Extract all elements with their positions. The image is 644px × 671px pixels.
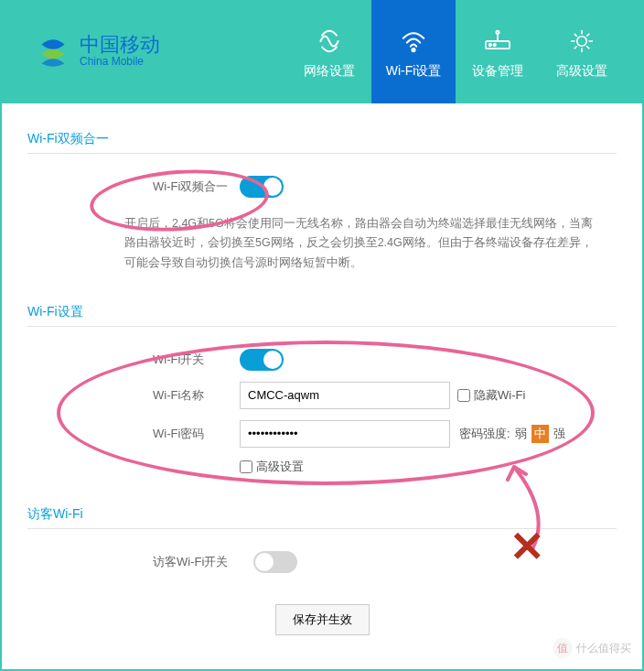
section-title: 访客Wi-Fi xyxy=(27,506,617,529)
top-nav: 网络设置 Wi-Fi设置 设备管理 高级设置 xyxy=(287,0,624,103)
nav-wifi[interactable]: Wi-Fi设置 xyxy=(371,0,456,103)
svg-point-6 xyxy=(577,36,587,46)
svg-point-4 xyxy=(489,43,491,45)
section-dualband: Wi-Fi双频合一 Wi-Fi双频合一 开启后，2.4G和5G将会使用同一无线名… xyxy=(27,131,617,278)
watermark-text: 什么值得买 xyxy=(576,641,631,656)
pw-level-medium: 中 xyxy=(531,425,549,443)
section-title: Wi-Fi双频合一 xyxy=(27,131,617,154)
nav-label: 高级设置 xyxy=(556,63,607,80)
wifi-switch-label: Wi-Fi开关 xyxy=(153,352,240,368)
watermark: 值 什么值得买 xyxy=(553,638,631,658)
watermark-icon: 值 xyxy=(553,638,573,658)
dualband-toggle-label: Wi-Fi双频合一 xyxy=(153,179,240,195)
pw-level-strong: 强 xyxy=(551,425,568,443)
wifi-pw-label: Wi-Fi密码 xyxy=(153,426,240,442)
wifi-name-input[interactable] xyxy=(240,382,450,409)
nav-advanced[interactable]: 高级设置 xyxy=(540,0,624,103)
advanced-label: 高级设置 xyxy=(256,459,304,475)
section-guest: 访客Wi-Fi 访客Wi-Fi开关 xyxy=(27,506,617,579)
advanced-input[interactable] xyxy=(240,460,252,473)
wifi-icon xyxy=(399,25,428,58)
cmcc-logo-icon xyxy=(34,33,72,71)
pw-strength-label: 密码强度: xyxy=(459,426,510,442)
hide-wifi-checkbox[interactable]: 隐藏Wi-Fi xyxy=(457,387,525,404)
device-icon xyxy=(481,25,514,58)
guest-switch-toggle[interactable] xyxy=(253,551,297,573)
guest-switch-label: 访客Wi-Fi开关 xyxy=(153,554,253,570)
section-wifi: Wi-Fi设置 Wi-Fi开关 Wi-Fi名称 隐藏Wi-Fi Wi-Fi密码 xyxy=(27,304,617,481)
nav-label: Wi-Fi设置 xyxy=(386,63,442,80)
svg-point-3 xyxy=(496,30,499,33)
nav-network[interactable]: 网络设置 xyxy=(287,0,371,103)
brand-logo: 中国移动 China Mobile xyxy=(34,33,160,71)
hide-wifi-input[interactable] xyxy=(457,389,470,402)
dualband-toggle[interactable] xyxy=(240,176,284,198)
nav-label: 设备管理 xyxy=(472,63,523,80)
section-title: Wi-Fi设置 xyxy=(27,304,617,327)
network-icon xyxy=(315,25,344,58)
wifi-switch-toggle[interactable] xyxy=(240,349,284,371)
svg-point-0 xyxy=(412,49,414,51)
hide-wifi-label: 隐藏Wi-Fi xyxy=(474,387,525,404)
nav-label: 网络设置 xyxy=(304,63,355,80)
wifi-name-label: Wi-Fi名称 xyxy=(153,387,240,404)
nav-devices[interactable]: 设备管理 xyxy=(456,0,540,103)
wifi-pw-input[interactable] xyxy=(240,420,450,448)
header: 中国移动 China Mobile 网络设置 Wi-Fi设置 xyxy=(2,0,642,103)
advanced-icon xyxy=(568,25,596,58)
brand-name-en: China Mobile xyxy=(80,55,160,68)
pw-strength-indicator: 密码强度: 弱 中 强 xyxy=(459,425,568,443)
svg-point-5 xyxy=(494,43,496,45)
advanced-checkbox[interactable]: 高级设置 xyxy=(240,459,304,475)
brand-name-cn: 中国移动 xyxy=(80,35,160,55)
pw-level-weak: 弱 xyxy=(512,425,530,443)
main-content: Wi-Fi双频合一 Wi-Fi双频合一 开启后，2.4G和5G将会使用同一无线名… xyxy=(2,103,642,654)
dualband-description: 开启后，2.4G和5G将会使用同一无线名称，路由器会自动为终端选择最佳无线网络，… xyxy=(124,214,617,273)
save-button[interactable]: 保存并生效 xyxy=(275,604,370,635)
